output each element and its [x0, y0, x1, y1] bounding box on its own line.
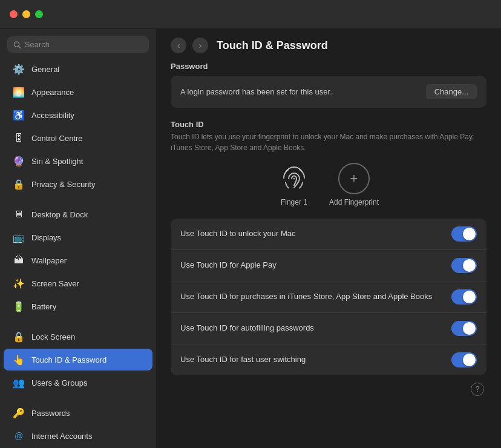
general-icon: ⚙️ [12, 62, 25, 76]
change-password-button[interactable]: Change... [426, 84, 477, 99]
toggle-row-purchases: Use Touch ID for purchases in iTunes Sto… [171, 282, 486, 313]
back-button[interactable]: ‹ [171, 38, 186, 53]
appearance-icon: 🌅 [12, 85, 25, 99]
sidebar-label-touch-id: Touch ID & Password [31, 355, 106, 364]
sidebar-item-privacy-security[interactable]: 🔒 Privacy & Security [4, 173, 152, 195]
touch-id-icon: 👆 [12, 353, 25, 366]
sidebar: ⚙️ General 🌅 Appearance ♿ Accessibility … [0, 29, 156, 448]
toggle-label-purchases: Use Touch ID for purchases in iTunes Sto… [180, 291, 451, 302]
fingerprint-row: Finger 1 + Add Fingerprint [171, 163, 486, 206]
toggle-apple-pay[interactable] [451, 258, 477, 273]
users-groups-icon: 👥 [12, 376, 25, 389]
sidebar-label-accessibility: Accessibility [31, 111, 74, 120]
sidebar-item-users-groups[interactable]: 👥 Users & Groups [4, 372, 152, 394]
sidebar-item-control-centre[interactable]: 🎛 Control Centre [4, 127, 152, 149]
accessibility-icon: ♿ [12, 108, 25, 122]
battery-icon: 🔋 [12, 300, 25, 313]
sidebar-item-wallpaper[interactable]: 🏔 Wallpaper [4, 249, 152, 271]
sidebar-label-general: General [31, 65, 59, 74]
main-layout: ⚙️ General 🌅 Appearance ♿ Accessibility … [0, 29, 501, 448]
minimize-button[interactable] [22, 10, 30, 18]
internet-accounts-icon: @ [12, 429, 25, 443]
passwords-icon: 🔑 [12, 406, 25, 420]
sidebar-label-wallpaper: Wallpaper [31, 256, 67, 265]
sidebar-item-displays[interactable]: 📺 Displays [4, 226, 152, 248]
toggle-unlock-mac[interactable] [451, 226, 477, 242]
toggle-list: Use Touch ID to unlock your Mac Use Touc… [171, 219, 486, 375]
control-centre-icon: 🎛 [12, 131, 25, 145]
page-title: Touch ID & Password [217, 39, 328, 52]
search-input[interactable] [25, 40, 143, 49]
fingerprint-label-1: Finger 1 [281, 198, 307, 206]
toggle-row-autofill: Use Touch ID for autofilling passwords [171, 313, 486, 344]
toggle-user-switching[interactable] [451, 352, 477, 367]
add-fingerprint-icon: + [338, 163, 370, 194]
siri-icon: 🔮 [12, 154, 25, 168]
displays-icon: 📺 [12, 231, 25, 244]
sidebar-label-passwords: Passwords [31, 409, 70, 418]
sidebar-item-battery[interactable]: 🔋 Battery [4, 295, 152, 317]
sidebar-item-touch-id[interactable]: 👆 Touch ID & Password [4, 349, 152, 371]
fingerprint-icon-1 [278, 163, 310, 194]
sidebar-item-appearance[interactable]: 🌅 Appearance [4, 81, 152, 103]
toggle-label-user-switching: Use Touch ID for fast user switching [180, 354, 451, 365]
fullscreen-button[interactable] [35, 10, 43, 18]
traffic-lights [10, 10, 43, 18]
svg-line-1 [19, 46, 21, 48]
sidebar-label-users-groups: Users & Groups [31, 378, 87, 387]
password-row: A login password has been set for this u… [171, 76, 486, 108]
help-area: ? [171, 375, 486, 396]
sidebar-label-appearance: Appearance [31, 88, 74, 97]
toggle-row-apple-pay: Use Touch ID for Apple Pay [171, 250, 486, 282]
sidebar-label-control-centre: Control Centre [31, 134, 83, 143]
search-icon [13, 41, 21, 49]
sidebar-item-lock-screen[interactable]: 🔒 Lock Screen [4, 326, 152, 348]
sidebar-item-accessibility[interactable]: ♿ Accessibility [4, 104, 152, 126]
wallpaper-icon: 🏔 [12, 254, 25, 267]
fingerprint-item-1[interactable]: Finger 1 [278, 163, 310, 206]
sidebar-item-general[interactable]: ⚙️ General [4, 58, 152, 80]
sidebar-item-internet-accounts[interactable]: @ Internet Accounts [4, 425, 152, 447]
search-box[interactable] [7, 36, 149, 53]
sidebar-label-privacy: Privacy & Security [31, 180, 95, 189]
touch-id-description: Touch ID lets you use your fingerprint t… [171, 131, 486, 153]
touch-id-section-title: Touch ID [171, 120, 486, 129]
sidebar-item-desktop-dock[interactable]: 🖥 Desktop & Dock [4, 203, 152, 225]
forward-icon: › [199, 41, 202, 50]
sidebar-label-displays: Displays [31, 233, 61, 242]
sidebar-label-screen-saver: Screen Saver [31, 279, 79, 288]
password-section-title: Password [171, 62, 486, 71]
add-fingerprint-item[interactable]: + Add Fingerprint [329, 163, 379, 206]
content-header: ‹ › Touch ID & Password [156, 29, 501, 62]
content-body: Password A login password has been set f… [156, 62, 501, 448]
sidebar-item-passwords[interactable]: 🔑 Passwords [4, 402, 152, 424]
desktop-dock-icon: 🖥 [12, 208, 25, 221]
content: ‹ › Touch ID & Password Password A login… [156, 29, 501, 448]
sidebar-item-siri-spotlight[interactable]: 🔮 Siri & Spotlight [4, 150, 152, 172]
sidebar-label-desktop-dock: Desktop & Dock [31, 210, 88, 219]
toggle-autofill[interactable] [451, 321, 477, 336]
toggle-purchases[interactable] [451, 289, 477, 305]
sidebar-label-lock-screen: Lock Screen [31, 332, 75, 341]
toggle-row-user-switching: Use Touch ID for fast user switching [171, 344, 486, 375]
toggle-label-unlock-mac: Use Touch ID to unlock your Mac [180, 228, 451, 239]
screen-saver-icon: ✨ [12, 277, 25, 290]
password-message: A login password has been set for this u… [180, 87, 332, 96]
close-button[interactable] [10, 10, 18, 18]
toggle-label-apple-pay: Use Touch ID for Apple Pay [180, 260, 451, 271]
toggle-row-unlock-mac: Use Touch ID to unlock your Mac [171, 219, 486, 250]
privacy-icon: 🔒 [12, 177, 25, 191]
sidebar-item-screen-saver[interactable]: ✨ Screen Saver [4, 272, 152, 294]
add-fingerprint-label: Add Fingerprint [329, 198, 379, 206]
title-bar [0, 0, 501, 29]
plus-icon: + [350, 171, 358, 186]
sidebar-label-battery: Battery [31, 302, 56, 311]
touch-id-section: Touch ID Touch ID lets you use your fing… [171, 120, 486, 206]
sidebar-label-internet-accounts: Internet Accounts [31, 432, 92, 441]
forward-button[interactable]: › [192, 38, 208, 53]
toggle-label-autofill: Use Touch ID for autofilling passwords [180, 323, 451, 334]
lock-screen-icon: 🔒 [12, 330, 25, 343]
help-button[interactable]: ? [471, 383, 484, 396]
back-icon: ‹ [177, 41, 180, 50]
sidebar-label-siri: Siri & Spotlight [31, 157, 83, 166]
